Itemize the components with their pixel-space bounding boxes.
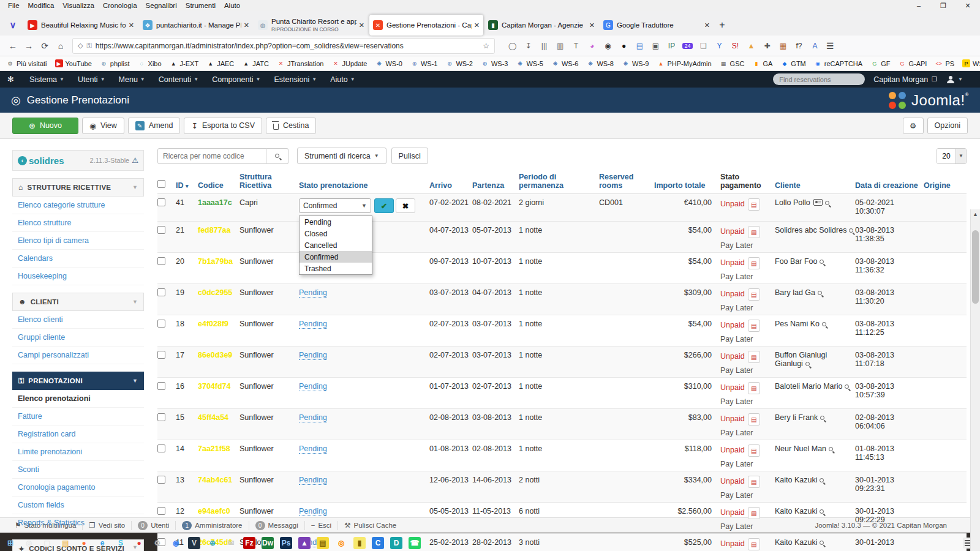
search-input[interactable] — [157, 148, 266, 164]
header-importo[interactable]: Importo totale — [654, 181, 715, 190]
invoice-pdf-icon[interactable]: ▤ — [748, 198, 760, 211]
forward-icon[interactable]: → — [21, 41, 37, 51]
customer-zoom-icon[interactable] — [805, 362, 810, 366]
bookmark-item[interactable]: ◉ reCAPTCHA — [814, 59, 862, 67]
bookmark-item[interactable]: ❋ WS-8 — [586, 59, 614, 67]
customer-zoom-icon[interactable] — [820, 478, 824, 482]
scrollbar-thumb[interactable] — [972, 230, 979, 304]
row-checkbox[interactable] — [157, 507, 165, 515]
edge-icon[interactable]: e — [93, 534, 111, 551]
admin-nav-item[interactable]: Utenti▼ — [71, 75, 112, 84]
window-maximize-button[interactable]: ❐ — [931, 2, 956, 10]
select-all-checkbox[interactable] — [157, 180, 165, 188]
header-partenza[interactable]: Partenza — [472, 181, 519, 190]
tab-close-icon[interactable]: ✕ — [359, 21, 364, 29]
invoice-pdf-icon[interactable]: ▤ — [748, 538, 760, 550]
menubar-item[interactable]: Aiuto — [220, 2, 244, 9]
shield-icon[interactable]: ◇ — [78, 42, 83, 50]
amend-button[interactable]: ✎ Amend — [128, 118, 181, 134]
filezilla-icon[interactable]: Fz — [240, 534, 258, 551]
photoshop-icon[interactable]: Ps — [277, 534, 295, 551]
address-bar[interactable]: ◇ ⚿ https://www.capitanmorgan.it/adminis… — [72, 38, 495, 54]
row-checkbox[interactable] — [157, 320, 165, 328]
search-tools-button[interactable]: Strumenti di ricerca▼ — [297, 148, 386, 164]
sidebar-item[interactable]: Sconti — [12, 461, 144, 479]
defraggler-icon[interactable]: D — [387, 534, 405, 551]
invoice-pdf-icon[interactable]: ▤ — [748, 288, 760, 301]
site-preview-link[interactable]: Capitan Morgan ❐ — [873, 75, 937, 84]
bookmark-item[interactable]: ▶ YouTube — [55, 59, 92, 67]
sidebar-section-header[interactable]: ⌂ STRUTTURE RICETTIVE ▼ — [12, 178, 144, 197]
customer-zoom-icon[interactable] — [820, 541, 824, 545]
row-checkbox[interactable] — [157, 444, 165, 452]
registration-card-icon[interactable] — [813, 199, 823, 206]
clear-button[interactable]: Pulisci — [391, 148, 428, 164]
row-code-link[interactable]: e4f028f9 — [198, 320, 228, 328]
globe-icon[interactable]: ⊕ — [203, 534, 222, 551]
row-checkbox[interactable] — [157, 288, 165, 296]
browser-tab[interactable]: ◍ Punta Chiarito Resort e apparta RIPROD… — [254, 15, 368, 36]
customer-zoom-icon[interactable] — [845, 384, 849, 389]
user-menu[interactable]: ▼ — [947, 76, 963, 83]
invoice-pdf-icon[interactable]: ▤ — [748, 320, 760, 332]
header-stato[interactable]: Stato prenotazione — [299, 181, 429, 190]
invoice-pdf-icon[interactable]: ▤ — [748, 351, 760, 363]
start-button[interactable]: ⊞ — [1, 534, 20, 551]
status-option[interactable]: Confirmed — [300, 251, 372, 263]
row-status-link[interactable]: Pending — [299, 382, 327, 391]
bookmark-item[interactable]: ▮ GA — [752, 59, 772, 67]
invoice-pdf-icon[interactable]: ▤ — [748, 476, 760, 488]
sidebar-item[interactable]: Reports & Statistics — [12, 514, 144, 532]
bookmark-item[interactable]: G G-API — [898, 59, 927, 67]
browser-scrollbar[interactable]: ▲ — [970, 209, 980, 551]
invoice-pdf-icon[interactable]: ▤ — [748, 257, 760, 269]
header-codice[interactable]: Codice — [198, 181, 239, 190]
customer-zoom-icon[interactable] — [822, 322, 826, 326]
bookmark-item[interactable]: ▲ PHP-MyAdmin — [657, 59, 711, 67]
header-origine[interactable]: Origine — [924, 181, 952, 190]
customer-zoom-icon[interactable] — [820, 260, 824, 264]
file-explorer-icon[interactable]: ▤ — [56, 534, 75, 551]
ccleaner-icon[interactable]: C — [369, 534, 387, 551]
red-app-icon[interactable]: ● — [130, 534, 148, 551]
invoice-pdf-icon[interactable]: ▤ — [748, 444, 760, 457]
extension-icon[interactable]: ◯ — [507, 42, 518, 50]
firefox-view-icon[interactable]: ∨ — [2, 15, 23, 36]
row-status-link[interactable]: Pending — [299, 320, 327, 329]
bookmark-item[interactable]: ⊕ WS-2 — [445, 59, 473, 67]
customer-zoom-icon[interactable] — [825, 201, 829, 205]
sticky-notes-icon[interactable]: ▮ — [350, 534, 369, 551]
new-button[interactable]: ⊕ Nuovo — [12, 118, 78, 134]
mail-icon[interactable]: ✉ — [222, 534, 240, 551]
home-icon[interactable]: ⌂ — [53, 41, 69, 51]
status-option[interactable]: Cancelled — [300, 239, 372, 251]
row-status-link[interactable]: Pending — [299, 351, 327, 360]
row-checkbox[interactable] — [157, 382, 165, 390]
bookmark-item[interactable]: ❋ WS-0 — [375, 59, 402, 67]
header-reserved[interactable]: Reserved rooms — [599, 173, 654, 190]
extension-icon[interactable]: f? — [794, 42, 804, 50]
header-cliente[interactable]: Cliente — [775, 181, 855, 190]
row-checkbox[interactable] — [157, 351, 165, 359]
admin-nav-item[interactable]: Contenuti▼ — [152, 75, 205, 84]
bookmark-item[interactable]: ✕ JTranslation — [277, 59, 324, 67]
sidebar-item[interactable]: Elenco clienti — [12, 311, 144, 329]
firefox-icon[interactable]: ● — [75, 534, 93, 551]
row-code-link[interactable]: 86e0d3e9 — [198, 351, 232, 359]
menubar-item[interactable]: Modifica — [24, 2, 59, 9]
bookmark-item[interactable]: ◌ Xibo — [138, 59, 162, 67]
menubar-item[interactable]: Strumenti — [181, 2, 220, 9]
status-option[interactable]: Pending — [300, 216, 372, 228]
row-code-link[interactable]: 7aa21f58 — [198, 444, 230, 453]
options-button[interactable]: Opzioni — [927, 118, 968, 134]
extension-icon[interactable]: S! — [730, 42, 741, 50]
browser-tab[interactable]: ✕ Gestione Prenotazioni - Capitan ✕ — [369, 15, 483, 36]
customer-zoom-icon[interactable] — [829, 447, 833, 451]
status-option[interactable]: Trashed — [300, 263, 372, 274]
extension-icon[interactable]: 24 — [682, 43, 693, 49]
row-checkbox[interactable] — [157, 257, 165, 265]
tab-close-icon[interactable]: ✕ — [589, 21, 595, 29]
extension-icon[interactable]: ↧ — [523, 42, 533, 50]
browser-tab[interactable]: ❖ puntachiarito.it - Manage PHP ✕ — [139, 15, 253, 36]
extension-icon[interactable]: ▣ — [650, 42, 661, 50]
